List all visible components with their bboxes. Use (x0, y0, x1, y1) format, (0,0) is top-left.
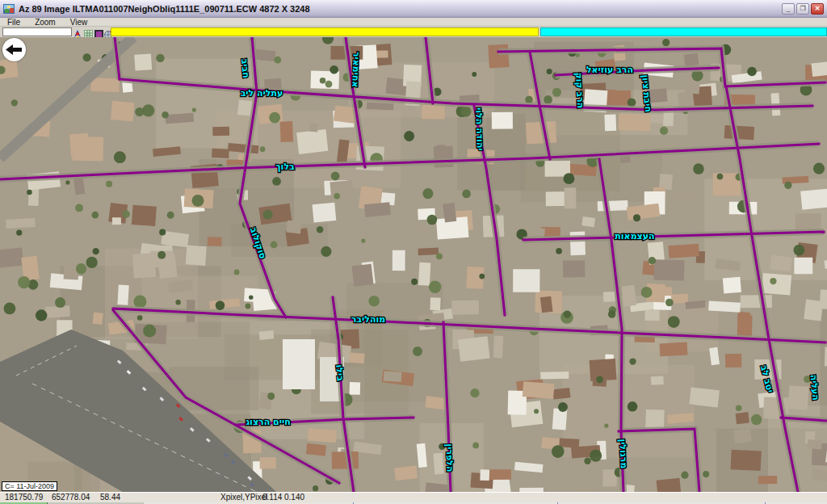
map-viewport[interactable]: הרב עוזיאלהרב קוקחיבת ציוןאחימאירחביבעתל… (0, 37, 827, 492)
status-easting: 181750.79 (5, 493, 43, 502)
menu-view[interactable]: View (63, 18, 95, 26)
minimize-button[interactable]: _ (782, 3, 795, 15)
date-tooltip: C= 11-Jul-2009 (2, 481, 57, 491)
street-label: עתליה ליב (241, 88, 283, 99)
status-height: 58.44 (100, 493, 120, 502)
aerial-image: הרב עוזיאלהרב קוקחיבת ציוןאחימאירחביבעתל… (0, 37, 827, 492)
status-northing: 652778.04 (52, 493, 90, 502)
status-ypixel: 0.140 (284, 493, 304, 502)
window-title: Az 89 Image ILTMA011007NeighObliq1111E_0… (19, 4, 310, 14)
street-label: מרגולין (617, 439, 629, 469)
layers-icon[interactable] (84, 27, 93, 36)
street-label: הרב עוזיאל (586, 65, 633, 75)
street-label: הרב קוק (573, 72, 586, 108)
street-label: בילו (334, 364, 346, 382)
restore-button[interactable]: ❐ (796, 3, 809, 15)
app-icon (2, 2, 15, 15)
street-label: הלפרין (443, 443, 455, 472)
image-icon[interactable] (94, 27, 103, 36)
title-bar: Az 89 Image ILTMA011007NeighObliq1111E_0… (0, 0, 827, 18)
toolbar-input[interactable] (2, 27, 72, 36)
street-label: העצמאות (615, 231, 654, 242)
street-label: מוהליבר (351, 314, 386, 325)
street-label: בלוך (275, 162, 295, 172)
pan-left-button[interactable] (2, 38, 26, 61)
street-label: חביב (239, 58, 251, 78)
street-label: אחימאיר (350, 52, 362, 88)
status-xpixel: 0.114 (262, 493, 282, 502)
status-pixel-label: Xpixel,YPixel (220, 493, 267, 502)
menu-bar: File Zoom View (0, 18, 827, 27)
menu-file[interactable]: File (0, 18, 27, 26)
cyan-bar (540, 27, 827, 36)
street-label: יהודה הלוי (473, 107, 485, 151)
street-label: חיים הרצוג (246, 417, 291, 427)
yellow-bar (111, 27, 539, 36)
menu-zoom[interactable]: Zoom (27, 18, 63, 26)
toolbar (0, 27, 827, 37)
compass-icon[interactable] (73, 27, 82, 36)
status-bar: 181750.79 652778.04 58.44 Xpixel,YPixel … (0, 492, 827, 502)
close-button[interactable]: ✕ (811, 3, 824, 15)
